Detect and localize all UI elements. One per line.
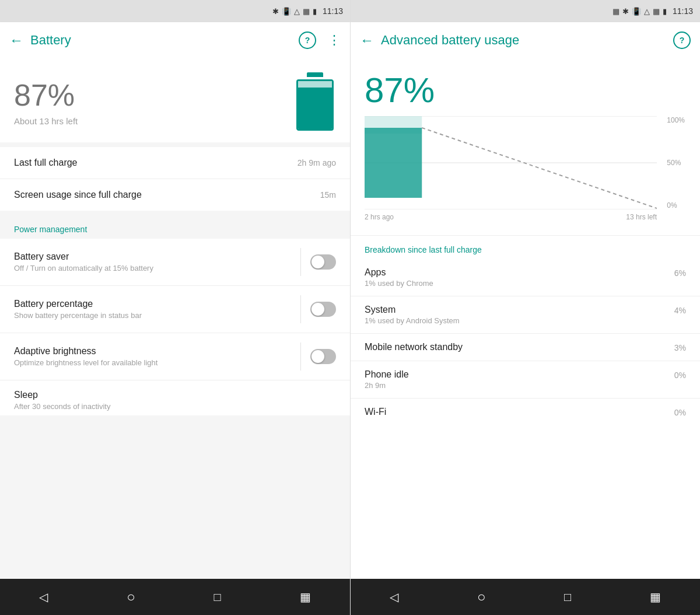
adaptive-brightness-text: Adaptive brightness Optimize brightness … <box>14 346 291 367</box>
app-bar-right: ← Advanced battery usage ? <box>351 22 700 58</box>
breakdown-system-pct: 4% <box>674 305 686 315</box>
breakdown-list: Apps 1% used by Chrome 6% System 1% used… <box>351 259 700 425</box>
breakdown-phone-sub: 2h 9m <box>365 381 409 390</box>
nav-back-left[interactable]: ◁ <box>30 585 57 609</box>
nav-menu-right[interactable]: ▦ <box>640 585 670 609</box>
breakdown-system-sub: 1% used by Android System <box>365 316 460 325</box>
breakdown-row-phone[interactable]: Phone idle 2h 9m 0% <box>351 361 700 399</box>
more-button-left[interactable]: ⋮ <box>328 33 341 48</box>
sleep-subtitle: After 30 seconds of inactivity <box>14 402 336 411</box>
battery-percentage-title: Battery percentage <box>14 299 291 309</box>
status-icons-right: ▦ ✱ 📳 △ ▦ ▮ <box>612 7 667 16</box>
bluetooth-icon-right: ✱ <box>622 7 629 16</box>
battery-time-left: About 13 hrs left <box>14 116 78 126</box>
status-bar-right: ▦ ✱ 📳 △ ▦ ▮ 11:13 <box>351 0 700 22</box>
chart-label-0: 0% <box>667 201 685 209</box>
vibrate-icon: 📳 <box>282 7 291 16</box>
signal-icon: ▦ <box>303 7 310 16</box>
wifi-icon-right: △ <box>644 7 650 16</box>
breakdown-row-system[interactable]: System 1% used by Android System 4% <box>351 296 700 334</box>
battery-percentage-knob <box>312 303 324 316</box>
battery-text: 87% About 13 hrs left <box>14 78 78 126</box>
info-row-screen-usage: Screen usage since full charge 15m <box>0 179 350 211</box>
battery-icon <box>294 72 336 131</box>
screen-usage-label: Screen usage since full charge <box>14 190 142 200</box>
chart-y-labels: 100% 50% 0% <box>667 116 685 209</box>
battery-percentage-row: Battery percentage Show battery percenta… <box>0 286 350 333</box>
nav-recents-right[interactable]: □ <box>555 586 580 609</box>
adaptive-brightness-subtitle: Optimize brightness level for available … <box>14 358 291 367</box>
last-charge-value: 2h 9m ago <box>298 158 336 167</box>
battery-saver-subtitle: Off / Turn on automatically at 15% batte… <box>14 264 291 272</box>
bluetooth-icon: ✱ <box>272 7 279 16</box>
divider-1 <box>300 248 301 276</box>
nav-home-left[interactable]: ○ <box>117 584 145 610</box>
battery-summary: 87% About 13 hrs left <box>0 58 350 142</box>
breakdown-wifi-title: Wi-Fi <box>365 407 386 417</box>
scroll-content-right: 87% <box>351 58 700 579</box>
vibrate-icon-right: 📳 <box>632 7 641 16</box>
chart-svg <box>365 116 657 209</box>
breakdown-apps-pct: 6% <box>674 267 686 278</box>
adaptive-brightness-title: Adaptive brightness <box>14 346 291 357</box>
wifi-icon: △ <box>294 7 300 16</box>
battery-saver-row: Battery saver Off / Turn on automaticall… <box>0 239 350 286</box>
breakdown-row-apps[interactable]: Apps 1% used by Chrome 6% <box>351 259 700 296</box>
battery-chart-container: 100% 50% 0% 2 hrs ago 13 hrs left <box>351 116 700 230</box>
nav-back-right[interactable]: ◁ <box>380 585 408 609</box>
nav-bar-right: ◁ ○ □ ▦ <box>351 579 700 615</box>
info-row-last-charge: Last full charge 2h 9m ago <box>0 147 350 179</box>
left-panel: ✱ 📳 △ ▦ ▮ 11:13 ← Battery ? ⋮ 87% About … <box>0 0 350 615</box>
breakdown-row-wifi[interactable]: Wi-Fi 0% <box>351 399 700 425</box>
breakdown-row-mobile[interactable]: Mobile network standby 3% <box>351 334 700 361</box>
battery-saver-toggle[interactable] <box>310 254 336 270</box>
chart-x-right: 13 hrs left <box>626 213 657 221</box>
page-title-right: Advanced battery usage <box>381 33 662 48</box>
adaptive-brightness-toggle[interactable] <box>310 349 336 364</box>
screen-usage-value: 15m <box>320 190 336 200</box>
nav-home-right[interactable]: ○ <box>468 584 495 610</box>
chart-label-100: 100% <box>667 116 685 124</box>
battery-status-icon: ▮ <box>313 7 317 16</box>
battery-saver-knob <box>312 256 324 268</box>
status-bar-left: ✱ 📳 △ ▦ ▮ 11:13 <box>0 0 350 22</box>
scroll-content-left: 87% About 13 hrs left Last full charge 2… <box>0 58 350 579</box>
nav-recents-left[interactable]: □ <box>205 586 230 609</box>
right-panel: ▦ ✱ 📳 △ ▦ ▮ 11:13 ← Advanced battery usa… <box>350 0 700 615</box>
adaptive-brightness-knob <box>312 350 324 363</box>
power-management-header: Power management <box>0 215 350 239</box>
battery-percentage-left: 87% <box>14 78 78 113</box>
breakdown-apps-sub: 1% used by Chrome <box>365 279 433 288</box>
battery-tip <box>307 72 323 77</box>
divider-3 <box>300 343 301 371</box>
battery-percentage-text: Battery percentage Show battery percenta… <box>14 299 291 320</box>
svg-line-6 <box>422 128 657 208</box>
breakdown-phone-text: Phone idle 2h 9m <box>365 369 409 390</box>
toggle-section: Battery saver Off / Turn on automaticall… <box>0 239 350 380</box>
adaptive-brightness-row: Adaptive brightness Optimize brightness … <box>0 333 350 380</box>
status-icons-left: ✱ 📳 △ ▦ ▮ <box>272 7 317 16</box>
info-section: Last full charge 2h 9m ago Screen usage … <box>0 147 350 211</box>
breakdown-apps-title: Apps <box>365 267 433 278</box>
sleep-row[interactable]: Sleep After 30 seconds of inactivity <box>0 380 350 415</box>
sleep-title: Sleep <box>14 390 336 400</box>
battery-percentage-toggle[interactable] <box>310 302 336 317</box>
img-icon-right: ▦ <box>612 7 620 16</box>
battery-percentage-subtitle: Show battery percentage in status bar <box>14 311 291 320</box>
page-title-left: Battery <box>30 33 287 48</box>
breakdown-wifi-text: Wi-Fi <box>365 407 386 417</box>
breakdown-phone-pct: 0% <box>674 369 686 380</box>
breakdown-system-title: System <box>365 305 460 315</box>
back-button-left[interactable]: ← <box>9 32 23 48</box>
adv-battery-percentage: 87% <box>351 58 700 116</box>
nav-menu-left[interactable]: ▦ <box>290 585 320 609</box>
back-button-right[interactable]: ← <box>360 32 374 48</box>
chart-label-50: 50% <box>667 159 685 167</box>
nav-bar-left: ◁ ○ □ ▦ <box>0 579 350 615</box>
breakdown-apps-text: Apps 1% used by Chrome <box>365 267 433 288</box>
breakdown-mobile-title: Mobile network standby <box>365 342 463 352</box>
signal-icon-right: ▦ <box>653 7 660 16</box>
battery-saver-text: Battery saver Off / Turn on automaticall… <box>14 251 291 272</box>
help-button-left[interactable]: ? <box>299 32 316 49</box>
help-button-right[interactable]: ? <box>673 32 691 49</box>
